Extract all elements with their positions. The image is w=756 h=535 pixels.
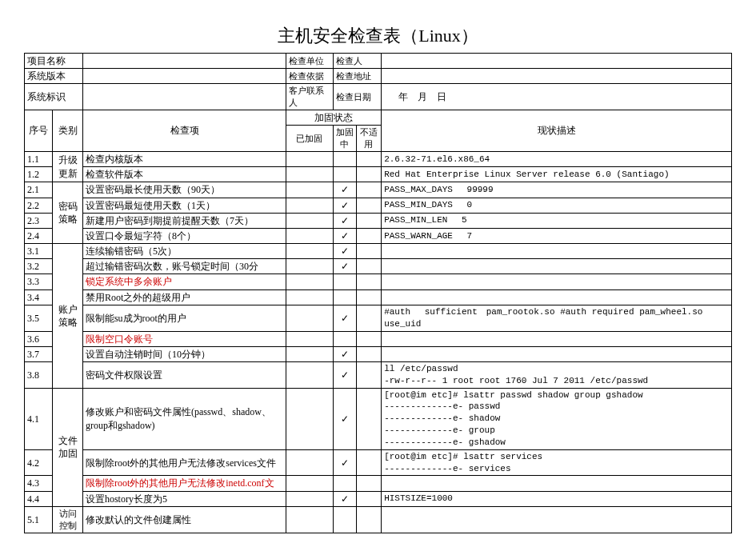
item-cell: 检查软件版本 [82,167,286,182]
col-na: 不适用 [356,126,381,152]
header-row-1: 项目名称 检查单位 检查人 [25,54,732,69]
table-row: 3.7 设置自动注销时间（10分钟） ✓ [25,346,732,361]
desc-cell: PASS_MAX_DAYS 99999 [382,182,732,198]
seq-cell: 1.2 [25,167,53,182]
check-unit-label: 检查单位 [286,54,333,69]
check-addr-label: 检查地址 [333,69,381,84]
col-incheck: 加固中 [333,126,356,152]
na-cell [356,151,381,166]
category-file: 文件 加固 [53,388,83,506]
header-row-2: 系统版本 检查依据 检查地址 [25,69,732,84]
column-header-row: 序号 类别 检查项 加固状态 现状描述 [25,110,732,126]
desc-cell: Red Hat Enterprise Linux Server release … [382,167,732,182]
sys-version-label: 系统版本 [25,69,83,84]
table-row: 2.4 设置口令最短字符（8个） ✓ PASS_WARN_AGE 7 [25,228,732,243]
check-date-value: 年 月 日 [382,84,732,110]
table-row: 3.5 限制能su成为root的用户 ✓ #auth sufficient pa… [25,305,732,331]
check-basis-label: 检查依据 [286,69,333,84]
col-desc: 现状描述 [382,110,732,152]
category-account: 账户 策略 [53,244,83,389]
item-cell: 检查内核版本 [82,151,286,166]
check-date-label: 检查日期 [333,84,381,110]
table-row: 2.3 新建用户密码到期提前提醒天数（7天） ✓ PASS_MIN_LEN 5 [25,213,732,228]
table-row: 3.3 锁定系统中多余账户 [25,274,732,289]
hardened-cell [286,151,333,166]
col-harden-status: 加固状态 [286,110,382,126]
col-check-item: 检查项 [82,110,286,152]
table-row: 4.3 限制除root外的其他用户无法修改inetd.conf文 [25,476,732,491]
check-addr-value [382,69,732,84]
check-person-value [382,54,732,69]
na-cell [356,167,381,182]
sys-id-label: 系统标识 [25,84,83,110]
table-row: 3.2 超过输错密码次数，账号锁定时间（30分 ✓ [25,259,732,274]
category-upgrade: 升级 更新 [53,151,83,182]
table-row: 3.8 密码文件权限设置 ✓ ll /etc/passwd -rw-r--r--… [25,361,732,388]
table-row: 2.2 设置密码最短使用天数（1天） ✓ PASS_MIN_DAYS 0 [25,198,732,213]
item-cell: 设置密码最长使用天数（90天） [82,182,286,198]
table-row: 3.6 限制空口令账号 [25,331,732,346]
table-row: 1.1 升级 更新 检查内核版本 2.6.32-71.el6.x86_64 [25,151,732,166]
client-contact-label: 客户联系人 [286,84,333,110]
desc-cell: 2.6.32-71.el6.x86_64 [382,151,732,166]
category-password: 密码 策略 [53,182,83,244]
table-row: 2.1 密码 策略 设置密码最长使用天数（90天） ✓ PASS_MAX_DAY… [25,182,732,198]
seq-cell: 2.1 [25,182,53,198]
table-row: 3.4 禁用Root之外的超级用户 [25,289,732,305]
table-row: 1.2 检查软件版本 Red Hat Enterprise Linux Serv… [25,167,732,182]
page-title: 主机安全检查表（Linux） [24,24,732,48]
checklist-table: 项目名称 检查单位 检查人 系统版本 检查依据 检查地址 系统标识 客户联系人 … [24,53,732,533]
seq-cell: 1.1 [25,151,53,166]
sys-id-value [82,84,286,110]
hardened-cell [286,167,333,182]
project-name-value [82,54,286,69]
table-row: 5.1 访问控制 修改默认的文件创建属性 [25,506,732,533]
incheck-cell [333,151,356,166]
category-access: 访问控制 [53,506,83,533]
col-category: 类别 [53,110,83,152]
incheck-cell [333,167,356,182]
sys-version-value [82,69,286,84]
project-name-label: 项目名称 [25,54,83,69]
table-row: 4.1 文件 加固 修改账户和密码文件属性(passwd、shadow、grou… [25,388,732,449]
table-row: 4.4 设置hostory长度为5 ✓ HISTSIZE=1000 [25,491,732,506]
header-row-3: 系统标识 客户联系人 检查日期 年 月 日 [25,84,732,110]
col-hardened: 已加固 [286,126,333,152]
check-person-label: 检查人 [333,54,381,69]
table-row: 4.2 限制除root外的其他用户无法修改services文件 ✓ [root@… [25,449,732,476]
table-row: 3.1 账户 策略 连续输错密码（5次） ✓ [25,244,732,259]
col-seq: 序号 [25,110,53,152]
